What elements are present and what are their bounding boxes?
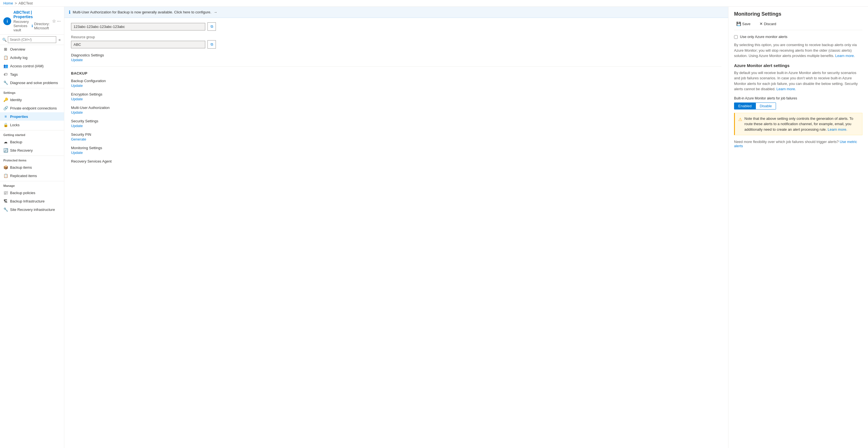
sidebar-item-replicated-items[interactable]: 📋 Replicated items (0, 171, 64, 180)
sidebar-subtitle: Recovery Services vault ℹ Directory: Mic… (13, 20, 50, 32)
sidebar-item-label: Backup policies (10, 191, 35, 195)
azure-monitor-checkbox[interactable] (734, 35, 738, 39)
resource-group-row: ⧉ (71, 40, 721, 48)
properties-content: ⧉ Resource group ⧉ Diagno (64, 18, 728, 172)
sidebar-item-backup-items[interactable]: 📦 Backup items (0, 163, 64, 171)
breadcrumb-sep: > (15, 1, 17, 5)
job-failures-toggle: Enabled Disable (734, 103, 862, 109)
sidebar-item-backup-policies[interactable]: 📰 Backup policies (0, 188, 64, 197)
toggle-disable-button[interactable]: Disable (756, 103, 776, 109)
sidebar-item-label: Replicated items (10, 174, 37, 178)
subscription-id-copy-button[interactable]: ⧉ (208, 22, 216, 31)
sidebar-item-site-recovery[interactable]: 🔄 Site Recovery (0, 146, 64, 154)
main-content: ℹ Multi-User Authorization for Backup is… (64, 7, 868, 448)
sidebar-item-backup[interactable]: ☁ Backup (0, 138, 64, 146)
security-pin-row: Security PIN Generate (71, 132, 721, 141)
sidebar-item-label: Identity (10, 98, 22, 102)
save-label: Save (742, 22, 750, 26)
resource-group-copy-button[interactable]: ⧉ (208, 40, 216, 48)
sidebar-item-backup-infrastructure[interactable]: 🏗 Backup Infrastructure (0, 197, 64, 205)
learn-more-2-link[interactable]: Learn more. (777, 87, 796, 91)
sidebar-item-label: Overview (10, 47, 25, 51)
protected-items-section-label: Protected items (0, 156, 64, 163)
sidebar-item-label: Backup Infrastructure (10, 199, 45, 203)
site-recovery-icon: 🔄 (3, 148, 8, 152)
encryption-settings-link[interactable]: Update (71, 97, 83, 101)
discard-button[interactable]: ✕ Discard (757, 21, 778, 27)
overview-icon: ⊞ (3, 47, 8, 51)
favorite-button[interactable]: ☆ (52, 19, 56, 24)
monitoring-settings-panel: Monitoring Settings 💾 Save ✕ Discard Use… (728, 7, 868, 448)
backup-config-link[interactable]: Update (71, 83, 83, 88)
warning-icon: ⚠ (738, 116, 742, 132)
getting-started-section-label: Getting started (0, 130, 64, 138)
backup-config-row: Backup Configuration Update (71, 79, 721, 88)
search-icon: 🔍 (2, 38, 7, 42)
sidebar-item-private-endpoints[interactable]: 🔗 Private endpoint connections (0, 104, 64, 112)
activity-log-icon: 📋 (3, 55, 8, 60)
access-control-icon: 👥 (3, 64, 8, 68)
sidebar-item-label: Properties (10, 114, 28, 119)
copy-icon: ⧉ (211, 42, 213, 47)
sidebar-item-label: Site Recovery infrastructure (10, 208, 55, 212)
section-divider (71, 66, 721, 67)
directory-label: Directory: Microsoft (34, 22, 50, 30)
azure-monitor-checkbox-row: Use only Azure monitor alerts (734, 35, 862, 39)
vault-type-label: Recovery Services vault (13, 20, 30, 32)
backup-config-title: Backup Configuration (71, 79, 721, 83)
multi-user-auth-title: Multi-User Authorization (71, 106, 721, 110)
toggle-enabled-button[interactable]: Enabled (734, 103, 756, 109)
sidebar-item-locks[interactable]: 🔒 Locks (0, 120, 64, 129)
sidebar-item-identity[interactable]: 🔑 Identity (0, 96, 64, 104)
sidebar-item-access-control[interactable]: 👥 Access control (IAM) (0, 62, 64, 70)
sidebar-item-properties[interactable]: ≡ Properties (0, 112, 64, 120)
discard-icon: ✕ (760, 22, 763, 26)
sidebar-item-site-recovery-infra[interactable]: 🔧 Site Recovery infrastructure (0, 205, 64, 214)
sidebar: i ABCTest | Properties Recovery Services… (0, 7, 64, 448)
save-button[interactable]: 💾 Save (734, 21, 753, 27)
sidebar-item-label: Tags (10, 72, 18, 76)
subscription-id-input[interactable] (71, 23, 205, 30)
sidebar-item-overview[interactable]: ⊞ Overview (0, 45, 64, 53)
collapse-sidebar-button[interactable]: « (57, 37, 62, 42)
resource-group-group: Resource group ⧉ (71, 35, 721, 48)
learn-more-1-link[interactable]: Learn more. (835, 54, 855, 58)
more-options-button[interactable]: ··· (57, 19, 61, 24)
sidebar-item-label: Site Recovery (10, 148, 33, 152)
info-icon: ℹ (32, 24, 33, 28)
security-settings-link[interactable]: Update (71, 124, 83, 128)
encryption-settings-title: Encryption Settings (71, 92, 721, 96)
monitoring-panel-title: Monitoring Settings (734, 11, 862, 17)
sidebar-item-tags[interactable]: 🏷 Tags (0, 70, 64, 78)
multi-user-auth-link[interactable]: Update (71, 110, 83, 114)
subscription-id-group: ⧉ (71, 22, 721, 31)
sidebar-item-label: Diagnose and solve problems (10, 81, 58, 85)
monitoring-settings-link[interactable]: Update (71, 150, 83, 155)
save-icon: 💾 (736, 22, 741, 26)
locks-icon: 🔒 (3, 123, 8, 127)
resource-group-label: Resource group (71, 35, 721, 39)
security-pin-link[interactable]: Generate (71, 137, 86, 141)
azure-monitor-settings-desc: By default you will receive built-in Azu… (734, 70, 862, 92)
search-input[interactable] (8, 36, 56, 43)
sidebar-item-label: Access control (IAM) (10, 64, 43, 68)
resource-group-input[interactable] (71, 41, 205, 48)
breadcrumb-home[interactable]: Home (3, 1, 13, 5)
sidebar-item-diagnose[interactable]: 🔧 Diagnose and solve problems (0, 78, 64, 87)
info-banner[interactable]: ℹ Multi-User Authorization for Backup is… (64, 7, 728, 18)
security-settings-title: Security Settings (71, 119, 721, 123)
diagnostics-title: Diagnostics Settings (71, 53, 721, 57)
diagnostics-update-link[interactable]: Update (71, 58, 83, 62)
learn-more-3-link[interactable]: Learn more. (828, 127, 847, 132)
backup-section-title: BACKUP (71, 71, 721, 75)
properties-panel: ℹ Multi-User Authorization for Backup is… (64, 7, 728, 448)
replicated-items-icon: 📋 (3, 173, 8, 178)
backup-icon: ☁ (3, 140, 8, 144)
sidebar-item-activity-log[interactable]: 📋 Activity log (0, 53, 64, 62)
banner-arrow: → (214, 10, 217, 14)
discard-label: Discard (764, 22, 776, 26)
azure-monitor-checkbox-label: Use only Azure monitor alerts (740, 35, 787, 39)
sidebar-app-title: i ABCTest | Properties Recovery Services… (3, 10, 61, 32)
diagnose-icon: 🔧 (3, 80, 8, 85)
manage-section-label: Manage (0, 181, 64, 188)
